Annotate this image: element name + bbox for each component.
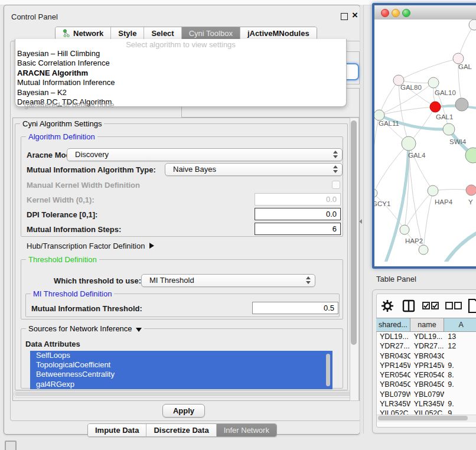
unchecked-pair-icon[interactable]	[445, 302, 462, 310]
hub-definition-expander[interactable]: Hub/Transcription Factor Definition	[27, 242, 154, 250]
combo-stepper-icon	[333, 165, 338, 173]
apply-button[interactable]: Apply	[162, 404, 205, 418]
bottom-tab-infer-network[interactable]: Infer Network	[217, 424, 276, 436]
node-attribute-combo-ghost[interactable]: gal-filtered.sif default node	[24, 100, 114, 109]
network-node-hap2[interactable]	[400, 225, 409, 234]
network-node-gal1[interactable]	[430, 102, 441, 112]
tab-style[interactable]: Style	[111, 27, 144, 40]
attributes-vscrollbar-thumb[interactable]	[326, 354, 330, 386]
table-hscrollbar-thumb[interactable]	[378, 416, 468, 420]
dpi-tolerance-field[interactable]: 0.0	[255, 208, 341, 220]
network-node-label: GAL11	[379, 120, 399, 127]
network-node-gal[interactable]	[453, 53, 464, 64]
data-attribute-item[interactable]: TopologicalCoefficient	[30, 360, 332, 370]
table-cell: YBR045C	[410, 380, 445, 389]
table-cell: YIL052C	[376, 409, 410, 415]
mi-algorithm-type-combo[interactable]: Naive Bayes	[165, 163, 343, 176]
table-row[interactable]: YPR145WYPR145W9.	[376, 361, 476, 370]
network-node-y[interactable]	[466, 185, 476, 195]
network-edge[interactable]	[445, 232, 476, 262]
table-row[interactable]: YDR27...YDR27...12	[376, 341, 476, 351]
table-row[interactable]: YER054CYER054C8.	[376, 370, 476, 380]
algorithm-option[interactable]: Basic Correlation Inference	[15, 58, 346, 68]
table-body: YDL19...YDL19...13YDR27...YDR27...12YBR0…	[376, 332, 476, 415]
network-node-gal10[interactable]	[428, 77, 439, 88]
settings-vscrollbar-thumb[interactable]	[351, 120, 357, 345]
network-node-label: HAP4	[435, 198, 453, 206]
network-node-label: GAL	[458, 63, 472, 70]
table-row[interactable]: YBR043CYBR043C	[376, 351, 476, 361]
table-row[interactable]: YBL079WYBL079W	[376, 390, 476, 399]
network-canvas[interactable]: GALGAL80GAL10GAL1GAL11SWI4GAL4GCY1HAP4YH…	[374, 19, 476, 262]
algorithm-option[interactable]: ARACNE Algorithm	[15, 69, 346, 78]
table-row[interactable]: YDL19...YDL19...13	[376, 332, 476, 341]
bottom-tab-discretize-data[interactable]: Discretize Data	[146, 424, 216, 436]
network-edge[interactable]	[374, 144, 409, 193]
network-edge[interactable]	[379, 80, 399, 115]
network-edge[interactable]	[433, 189, 471, 191]
table-column-header[interactable]: A	[444, 318, 476, 331]
network-node[interactable]	[419, 245, 428, 255]
network-node-label: GAL4	[408, 152, 426, 159]
gear-icon[interactable]	[381, 299, 394, 312]
table-cell: YLR345W	[376, 399, 410, 409]
sources-title-text: Sources for Network Inference	[28, 324, 132, 333]
tab-select[interactable]: Select	[144, 27, 181, 40]
settings-hscrollbar-thumb[interactable]	[15, 392, 355, 396]
network-node[interactable]	[469, 19, 476, 30]
close-icon[interactable]: ×	[352, 9, 358, 21]
collapsed-panel-icon[interactable]	[5, 441, 17, 450]
cyni-algorithm-settings-title: Cyni Algorithm Settings	[20, 119, 104, 128]
algorithm-option[interactable]: Bayesian – K2	[15, 88, 346, 97]
minimize-traffic-light-icon[interactable]	[392, 9, 400, 17]
data-attribute-item[interactable]: BetweennessCentrality	[30, 370, 332, 379]
kernel-width-field[interactable]: 0.0	[255, 193, 341, 206]
network-edge[interactable]	[409, 144, 423, 250]
manual-kernel-checkbox[interactable]	[332, 181, 340, 189]
splitter-handle-icon[interactable]	[359, 219, 362, 224]
node-table: shared...nameA YDL19...YDL19...13YDR27..…	[376, 318, 476, 415]
data-attributes-list: SelfLoopsTopologicalCoefficientBetweenne…	[30, 351, 332, 389]
columns-icon[interactable]	[402, 299, 415, 312]
table-row[interactable]: YBR045CYBR045C9.	[376, 380, 476, 389]
network-node-hap4[interactable]	[428, 185, 438, 196]
network-edge[interactable]	[399, 58, 458, 80]
sources-group-title[interactable]: Sources for Network Inference	[26, 324, 144, 333]
aracne-mode-combo[interactable]: Discovery	[67, 148, 343, 161]
data-attribute-item[interactable]: gal4RGexp	[30, 380, 332, 389]
network-node-gal11[interactable]	[374, 110, 384, 120]
network-node-gal4[interactable]	[402, 136, 416, 151]
tab-label: Style	[118, 29, 136, 38]
which-threshold-combo[interactable]: MI Threshold	[141, 274, 315, 287]
close-traffic-light-icon[interactable]	[381, 9, 389, 17]
zoom-traffic-light-icon[interactable]	[402, 9, 410, 17]
table-cell	[444, 390, 476, 399]
table-row[interactable]: YIL052CYIL052C9	[376, 409, 476, 415]
network-node-gcy1[interactable]	[374, 189, 377, 197]
network-node-swi4[interactable]	[443, 123, 455, 135]
table-column-header[interactable]: name	[410, 318, 445, 331]
network-node[interactable]	[455, 98, 468, 111]
mi-steps-field[interactable]: 6	[255, 223, 341, 235]
network-window-titlebar[interactable]	[374, 5, 476, 20]
algorithm-option[interactable]: Bayesian – Hill Climbing	[15, 49, 346, 58]
table-cell: YLR345W	[410, 399, 445, 409]
network-edge[interactable]	[409, 144, 433, 191]
tab-cyni-toolbox[interactable]: Cyni Toolbox	[182, 27, 240, 40]
table-cell: YBR043C	[410, 351, 445, 361]
table-cell: YER054C	[376, 370, 410, 380]
tab-jactivemnodules[interactable]: jActiveMNodules	[240, 27, 317, 40]
algorithm-definition-title: Algorithm Definition	[26, 132, 97, 141]
data-attribute-item[interactable]: SelfLoops	[30, 351, 332, 360]
mi-threshold-field[interactable]: 0.5	[252, 302, 338, 314]
control-panel-window: Control Panel × NetworkStyleSelectCyni T…	[4, 5, 360, 435]
network-node-label: GCY1	[374, 200, 390, 207]
table-column-header[interactable]: shared...	[376, 318, 410, 331]
float-window-icon[interactable]	[341, 13, 348, 20]
table-row[interactable]: YLR345WYLR345W9.	[376, 399, 476, 409]
tab-network[interactable]: Network	[56, 27, 111, 40]
checked-pair-icon[interactable]	[422, 302, 439, 310]
bottom-tab-impute-data[interactable]: Impute Data	[88, 424, 146, 436]
algorithm-option[interactable]: Mutual Information Inference	[15, 78, 346, 87]
file-icon[interactable]	[468, 298, 476, 314]
